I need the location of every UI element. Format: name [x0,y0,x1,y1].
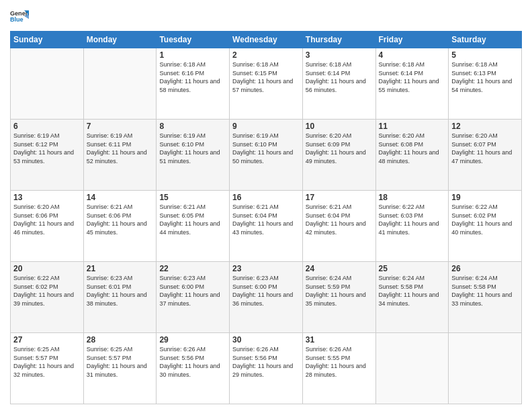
day-info: Sunrise: 6:18 AMSunset: 6:15 PMDaylight:… [232,60,300,94]
day-info: Sunrise: 6:24 AMSunset: 5:58 PMDaylight:… [451,274,519,308]
day-cell: 20Sunrise: 6:22 AMSunset: 6:02 PMDayligh… [11,262,84,333]
day-info: Sunrise: 6:23 AMSunset: 6:00 PMDaylight:… [232,274,300,308]
day-number: 7 [87,122,154,131]
day-number: 8 [159,122,226,131]
day-info: Sunrise: 6:19 AMSunset: 6:12 PMDaylight:… [13,132,81,165]
day-number: 4 [379,50,446,60]
calendar-header-row: SundayMondayTuesdayWednesdayThursdayFrid… [11,32,522,48]
day-cell: 14Sunrise: 6:21 AMSunset: 6:06 PMDayligh… [83,191,157,262]
day-cell: 17Sunrise: 6:21 AMSunset: 6:04 PMDayligh… [302,191,375,262]
day-number: 20 [13,264,81,273]
day-number: 28 [87,335,154,345]
day-cell: 23Sunrise: 6:23 AMSunset: 6:00 PMDayligh… [230,262,303,333]
col-header-monday: Monday [83,32,157,48]
week-row-5: 27Sunrise: 6:25 AMSunset: 5:57 PMDayligh… [11,333,522,404]
day-number: 26 [451,264,519,273]
day-number: 25 [379,264,446,273]
day-cell: 31Sunrise: 6:26 AMSunset: 5:55 PMDayligh… [302,333,375,404]
day-number: 15 [159,193,226,202]
day-number: 2 [232,50,300,60]
day-cell [11,48,84,120]
day-number: 12 [451,122,519,131]
day-number: 27 [13,335,81,345]
day-number: 21 [87,264,154,273]
day-number: 18 [379,193,446,202]
day-info: Sunrise: 6:25 AMSunset: 5:57 PMDaylight:… [13,345,81,379]
day-cell: 24Sunrise: 6:24 AMSunset: 5:59 PMDayligh… [302,262,375,333]
day-cell: 30Sunrise: 6:26 AMSunset: 5:56 PMDayligh… [230,333,303,404]
day-number: 17 [306,193,373,202]
day-number: 6 [13,122,81,131]
day-info: Sunrise: 6:26 AMSunset: 5:56 PMDaylight:… [159,345,226,379]
day-info: Sunrise: 6:20 AMSunset: 6:08 PMDaylight:… [379,132,446,165]
col-header-thursday: Thursday [302,32,375,48]
day-number: 13 [13,193,81,202]
day-cell: 9Sunrise: 6:19 AMSunset: 6:10 PMDaylight… [230,120,303,191]
day-cell: 19Sunrise: 6:22 AMSunset: 6:02 PMDayligh… [449,191,522,262]
day-info: Sunrise: 6:22 AMSunset: 6:03 PMDaylight:… [379,203,446,236]
day-cell: 3Sunrise: 6:18 AMSunset: 6:14 PMDaylight… [302,48,375,120]
day-info: Sunrise: 6:21 AMSunset: 6:06 PMDaylight:… [87,203,154,236]
day-info: Sunrise: 6:21 AMSunset: 6:04 PMDaylight:… [306,203,373,236]
day-number: 10 [306,122,373,131]
day-cell [83,48,157,120]
week-row-1: 1Sunrise: 6:18 AMSunset: 6:16 PMDaylight… [11,48,522,120]
day-cell: 18Sunrise: 6:22 AMSunset: 6:03 PMDayligh… [375,191,449,262]
col-header-tuesday: Tuesday [157,32,230,48]
day-cell: 10Sunrise: 6:20 AMSunset: 6:09 PMDayligh… [302,120,375,191]
day-cell: 27Sunrise: 6:25 AMSunset: 5:57 PMDayligh… [11,333,84,404]
day-number: 24 [306,264,373,273]
day-info: Sunrise: 6:18 AMSunset: 6:14 PMDaylight:… [306,60,373,94]
header: General Blue [10,7,522,26]
week-row-2: 6Sunrise: 6:19 AMSunset: 6:12 PMDaylight… [11,120,522,191]
day-cell: 25Sunrise: 6:24 AMSunset: 5:58 PMDayligh… [375,262,449,333]
day-number: 9 [232,122,300,131]
day-info: Sunrise: 6:22 AMSunset: 6:02 PMDaylight:… [13,274,81,308]
day-number: 1 [159,50,226,60]
day-number: 3 [306,50,373,60]
day-info: Sunrise: 6:18 AMSunset: 6:14 PMDaylight:… [379,60,446,94]
day-number: 5 [451,50,519,60]
week-row-3: 13Sunrise: 6:20 AMSunset: 6:06 PMDayligh… [11,191,522,262]
day-cell: 29Sunrise: 6:26 AMSunset: 5:56 PMDayligh… [157,333,230,404]
day-cell: 6Sunrise: 6:19 AMSunset: 6:12 PMDaylight… [11,120,84,191]
col-header-wednesday: Wednesday [230,32,303,48]
day-cell: 12Sunrise: 6:20 AMSunset: 6:07 PMDayligh… [449,120,522,191]
day-cell: 11Sunrise: 6:20 AMSunset: 6:08 PMDayligh… [375,120,449,191]
day-cell: 2Sunrise: 6:18 AMSunset: 6:15 PMDaylight… [230,48,303,120]
day-cell: 8Sunrise: 6:19 AMSunset: 6:10 PMDaylight… [157,120,230,191]
day-cell: 22Sunrise: 6:23 AMSunset: 6:00 PMDayligh… [157,262,230,333]
day-info: Sunrise: 6:19 AMSunset: 6:11 PMDaylight:… [87,132,154,165]
day-number: 16 [232,193,300,202]
col-header-saturday: Saturday [449,32,522,48]
day-info: Sunrise: 6:25 AMSunset: 5:57 PMDaylight:… [87,345,154,379]
day-cell: 5Sunrise: 6:18 AMSunset: 6:13 PMDaylight… [449,48,522,120]
col-header-sunday: Sunday [11,32,84,48]
svg-text:Blue: Blue [10,16,24,23]
week-row-4: 20Sunrise: 6:22 AMSunset: 6:02 PMDayligh… [11,262,522,333]
day-cell: 16Sunrise: 6:21 AMSunset: 6:04 PMDayligh… [230,191,303,262]
day-info: Sunrise: 6:21 AMSunset: 6:04 PMDaylight:… [232,203,300,236]
day-info: Sunrise: 6:20 AMSunset: 6:09 PMDaylight:… [306,132,373,165]
day-cell: 21Sunrise: 6:23 AMSunset: 6:01 PMDayligh… [83,262,157,333]
day-number: 14 [87,193,154,202]
day-cell: 28Sunrise: 6:25 AMSunset: 5:57 PMDayligh… [83,333,157,404]
day-info: Sunrise: 6:20 AMSunset: 6:06 PMDaylight:… [13,203,81,236]
day-cell: 7Sunrise: 6:19 AMSunset: 6:11 PMDaylight… [83,120,157,191]
day-info: Sunrise: 6:23 AMSunset: 6:01 PMDaylight:… [87,274,154,308]
col-header-friday: Friday [375,32,449,48]
logo: General Blue [10,7,32,26]
day-info: Sunrise: 6:18 AMSunset: 6:16 PMDaylight:… [159,60,226,94]
day-number: 22 [159,264,226,273]
day-info: Sunrise: 6:19 AMSunset: 6:10 PMDaylight:… [159,132,226,165]
day-info: Sunrise: 6:21 AMSunset: 6:05 PMDaylight:… [159,203,226,236]
day-cell: 13Sunrise: 6:20 AMSunset: 6:06 PMDayligh… [11,191,84,262]
day-number: 30 [232,335,300,345]
day-info: Sunrise: 6:20 AMSunset: 6:07 PMDaylight:… [451,132,519,165]
day-cell [375,333,449,404]
day-number: 11 [379,122,446,131]
day-cell: 4Sunrise: 6:18 AMSunset: 6:14 PMDaylight… [375,48,449,120]
day-number: 31 [306,335,373,345]
day-cell: 26Sunrise: 6:24 AMSunset: 5:58 PMDayligh… [449,262,522,333]
day-info: Sunrise: 6:26 AMSunset: 5:56 PMDaylight:… [232,345,300,379]
